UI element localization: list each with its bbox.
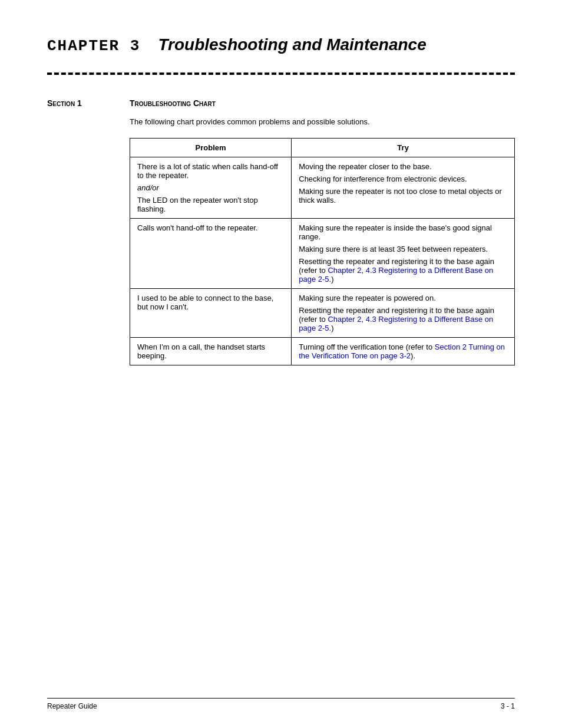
try-text: Resetting the repeater and registering i…	[299, 257, 507, 284]
problem-text: Calls won't hand-off to the repeater.	[137, 223, 284, 232]
footer-left: Repeater Guide	[47, 702, 97, 710]
problem-text: The LED on the repeater won't stop flash…	[137, 196, 284, 213]
troubleshooting-table: Problem Try There is a lot of static whe…	[130, 138, 515, 365]
problem-header: Problem	[130, 139, 292, 157]
page-footer: Repeater Guide 3 - 1	[47, 698, 515, 710]
problem-cell: I used to be able to connect to the base…	[130, 289, 292, 338]
try-cell: Making sure the repeater is powered on. …	[292, 289, 515, 338]
page: Chapter 3 Troubleshooting and Maintenanc…	[0, 0, 562, 728]
problem-cell: There is a lot of static when calls hand…	[130, 157, 292, 219]
try-header: Try	[292, 139, 515, 157]
problem-cell: Calls won't hand-off to the repeater.	[130, 219, 292, 289]
try-text: Turning off the verification tone (refer…	[299, 342, 507, 360]
problem-text: There is a lot of static when calls hand…	[137, 162, 284, 180]
try-text: Making sure the repeater is powered on.	[299, 294, 507, 302]
section-title: Troubleshooting Chart	[130, 98, 216, 108]
try-cell: Making sure the repeater is inside the b…	[292, 219, 515, 289]
problem-text: I used to be able to connect to the base…	[137, 294, 284, 311]
section-link[interactable]: Section 2 Turning on the Verification To…	[299, 342, 505, 360]
try-text: Checking for interference from electroni…	[299, 174, 507, 183]
table-row: When I'm on a call, the handset starts b…	[130, 338, 515, 365]
intro-text: The following chart provides common prob…	[130, 117, 515, 126]
dashed-divider	[47, 73, 515, 75]
try-text: Making sure there is at least 35 feet be…	[299, 245, 507, 253]
table-header-row: Problem Try	[130, 139, 515, 157]
chapter-header: Chapter 3 Troubleshooting and Maintenanc…	[47, 35, 515, 55]
problem-cell: When I'm on a call, the handset starts b…	[130, 338, 292, 365]
table-row: I used to be able to connect to the base…	[130, 289, 515, 338]
try-text: Moving the repeater closer to the base.	[299, 162, 507, 171]
footer-right: 3 - 1	[501, 702, 515, 710]
chapter-label: Chapter 3	[47, 37, 140, 55]
section-header: Section 1 Troubleshooting Chart	[47, 98, 515, 108]
table-row: Calls won't hand-off to the repeater. Ma…	[130, 219, 515, 289]
table-row: There is a lot of static when calls hand…	[130, 157, 515, 219]
chapter-title: Troubleshooting and Maintenance	[158, 35, 426, 54]
try-text: Resetting the repeater and registering i…	[299, 306, 507, 332]
chapter-link[interactable]: Chapter 2, 4.3 Registering to a Differen…	[299, 315, 493, 332]
chapter-link[interactable]: Chapter 2, 4.3 Registering to a Differen…	[299, 266, 493, 284]
section-label: Section 1	[47, 98, 106, 108]
try-text: Making sure the repeater is not too clos…	[299, 187, 507, 205]
problem-text-italic: and/or	[137, 183, 284, 192]
try-text: Making sure the repeater is inside the b…	[299, 223, 507, 241]
problem-text: When I'm on a call, the handset starts b…	[137, 342, 284, 360]
try-cell: Turning off the verification tone (refer…	[292, 338, 515, 365]
try-cell: Moving the repeater closer to the base. …	[292, 157, 515, 219]
